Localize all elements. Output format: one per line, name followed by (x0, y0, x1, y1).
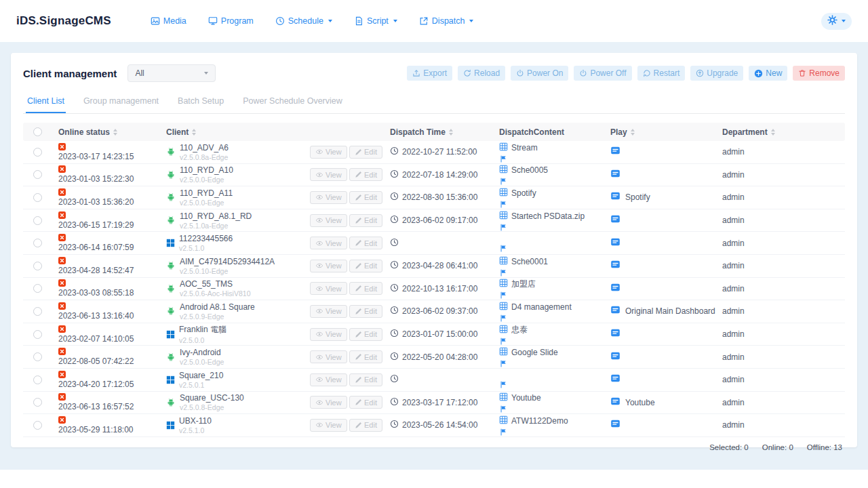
sort-icon[interactable] (771, 129, 775, 136)
edit-button[interactable]: Edit (349, 260, 382, 272)
offline-status-icon (58, 165, 66, 173)
view-button[interactable]: View (310, 328, 347, 341)
column-header-client[interactable]: Client (166, 127, 310, 137)
view-button[interactable]: View (310, 396, 347, 409)
client-cell: 110_ADV_A6 v2.5.0.8a-Edge (166, 143, 310, 161)
column-label: Play (610, 127, 627, 137)
nav-dispatch[interactable]: Dispatch (419, 16, 474, 26)
sort-icon[interactable] (192, 129, 196, 136)
view-button[interactable]: View (310, 237, 347, 249)
edit-button[interactable]: Edit (349, 419, 382, 432)
view-button[interactable]: View (310, 282, 347, 295)
edit-button[interactable]: Edit (349, 168, 382, 181)
online-status-cell: 2022-08-05 07:42:22 (58, 348, 166, 366)
restart-button[interactable]: Restart (637, 66, 686, 81)
play-screen-icon (610, 214, 620, 226)
view-button[interactable]: View (310, 146, 347, 159)
offline-status-icon (58, 348, 66, 355)
dispatch-content-name: 加盟店 (511, 279, 536, 290)
edit-button[interactable]: Edit (349, 237, 382, 249)
content-table-icon (499, 392, 508, 404)
row-checkbox[interactable] (33, 193, 42, 202)
column-header-status[interactable]: Online status (58, 127, 166, 137)
new-button[interactable]: New (749, 66, 787, 81)
remove-button[interactable]: Remove (793, 66, 845, 81)
sort-icon[interactable] (631, 129, 635, 136)
row-checkbox[interactable] (33, 262, 42, 270)
upgrade-button[interactable]: Upgrade (690, 66, 743, 81)
department: admin (722, 306, 745, 316)
view-button[interactable]: View (310, 350, 347, 363)
play-screen-icon (610, 373, 620, 386)
row-checkbox[interactable] (33, 216, 42, 225)
dispatch-content-cell (499, 371, 610, 388)
row-checkbox[interactable] (33, 330, 42, 339)
dispatch-content-name: Sche0005 (511, 165, 548, 175)
row-checkbox[interactable] (33, 352, 42, 361)
tab-power-schedule-overview[interactable]: Power Schedule Overview (241, 92, 344, 113)
row-checkbox[interactable] (33, 307, 42, 316)
edit-button[interactable]: Edit (349, 305, 382, 318)
view-button[interactable]: View (310, 419, 347, 432)
row-select-cell (23, 148, 58, 157)
nav-schedule[interactable]: Schedule (275, 16, 332, 26)
column-header-dept[interactable]: Department (722, 127, 845, 137)
nav-program[interactable]: Program (208, 16, 254, 26)
nav-media[interactable]: Media (151, 16, 186, 26)
column-header-play[interactable]: Play (610, 127, 722, 137)
view-button[interactable]: View (310, 260, 347, 272)
client-name: 110_ADV_A6 (180, 143, 229, 152)
edit-button[interactable]: Edit (349, 350, 382, 363)
view-button[interactable]: View (310, 191, 347, 204)
view-button-label: View (326, 171, 342, 179)
row-checkbox[interactable] (33, 421, 42, 430)
power-off-button-label: Power Off (590, 68, 626, 78)
view-button[interactable]: View (310, 305, 347, 318)
edit-button[interactable]: Edit (349, 146, 382, 159)
edit-button[interactable]: Edit (349, 328, 382, 341)
offline-status-icon (58, 234, 66, 241)
pencil-icon (355, 285, 362, 292)
row-checkbox[interactable] (33, 398, 42, 407)
edit-button[interactable]: Edit (349, 191, 382, 204)
row-checkbox[interactable] (33, 284, 42, 293)
edit-button[interactable]: Edit (349, 282, 382, 295)
view-button[interactable]: View (310, 214, 347, 227)
column-header-time[interactable]: Dispatch Time (390, 127, 499, 137)
select-all-checkbox[interactable] (33, 127, 42, 136)
export-button[interactable]: Export (407, 66, 452, 81)
nav-program-label: Program (221, 16, 254, 26)
dispatch-content-name: Google Slide (511, 348, 558, 357)
row-checkbox[interactable] (33, 148, 42, 157)
sort-icon[interactable] (113, 129, 117, 136)
row-checkbox[interactable] (33, 170, 42, 179)
power-on-button[interactable]: Power On (511, 66, 568, 81)
row-checkbox[interactable] (33, 375, 42, 384)
view-button[interactable]: View (310, 168, 347, 181)
group-filter-select[interactable]: All (127, 64, 216, 82)
edit-button[interactable]: Edit (349, 373, 382, 386)
client-version: v2.5.1.0 (179, 426, 212, 434)
view-button-label: View (326, 307, 342, 315)
clock-icon (390, 305, 399, 317)
client-table-body: 2023-03-17 14:23:15 110_ADV_A6 v2.5.0.8a… (23, 141, 845, 437)
view-button[interactable]: View (310, 373, 347, 386)
edit-button-label: Edit (364, 148, 377, 156)
edit-button[interactable]: Edit (349, 214, 382, 227)
tab-group-management[interactable]: Group management (82, 92, 160, 113)
sort-icon[interactable] (449, 129, 453, 136)
schedule-icon (275, 16, 285, 26)
settings-button[interactable] (821, 13, 852, 30)
view-button-label: View (326, 399, 342, 407)
view-button-label: View (326, 262, 342, 270)
tab-client-list[interactable]: Client List (26, 92, 66, 113)
eye-icon (315, 216, 323, 224)
tab-batch-setup[interactable]: Batch Setup (176, 92, 225, 113)
eye-icon (315, 399, 323, 407)
power-off-button[interactable]: Power Off (574, 66, 631, 81)
edit-button[interactable]: Edit (349, 396, 382, 409)
reload-button[interactable]: Reload (458, 66, 505, 81)
view-cell: View (310, 168, 349, 181)
nav-script[interactable]: Script (354, 16, 397, 26)
row-checkbox[interactable] (33, 239, 42, 247)
